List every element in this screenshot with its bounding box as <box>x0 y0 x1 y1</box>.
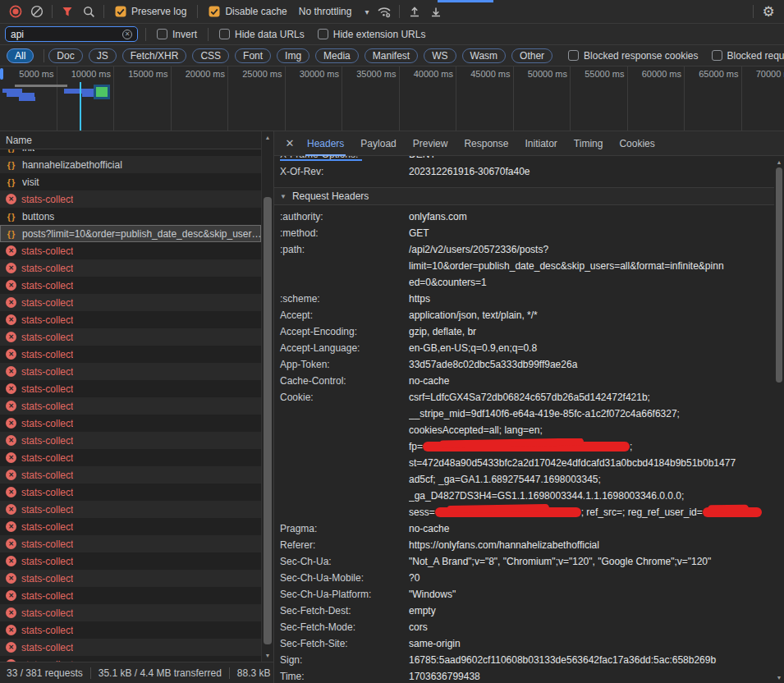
scrollbar-thumb[interactable] <box>776 167 782 383</box>
request-row[interactable]: ✕stats-collect <box>0 328 261 346</box>
hide-extension-urls-checkbox[interactable]: Hide extension URLs <box>318 29 426 40</box>
failed-request-icon: ✕ <box>6 504 16 515</box>
request-row[interactable]: ✕stats-collect <box>0 259 261 277</box>
close-icon[interactable]: ✕ <box>281 137 299 149</box>
request-row[interactable]: ✕stats-collect <box>0 311 261 328</box>
waterfall-bar <box>82 94 94 97</box>
header-value: https://onlyfans.com/hannahelizabethoffi… <box>409 537 784 553</box>
search-button[interactable] <box>78 2 99 21</box>
request-row[interactable]: ✕stats-collect <box>0 639 261 656</box>
request-type-filter-bar: AllDocJSFetch/XHRCSSFontImgMediaManifest… <box>0 45 784 66</box>
filter-input[interactable]: api ✕ <box>5 26 138 42</box>
request-row[interactable]: ✕stats-collect <box>0 518 261 535</box>
request-row[interactable]: ✕stats-collect <box>0 552 261 570</box>
request-name: stats-collect <box>21 625 73 636</box>
request-list-scrollbar[interactable]: ▲ ▼ <box>261 131 273 662</box>
request-row[interactable]: {}init <box>0 149 261 156</box>
request-row[interactable]: ✕stats-collect <box>0 484 261 501</box>
scroll-down-icon[interactable]: ▼ <box>774 675 784 681</box>
filter-pill-fetch-xhr[interactable]: Fetch/XHR <box>122 48 187 63</box>
request-row[interactable]: ✕stats-collect <box>0 621 261 639</box>
checkbox-blocked-response-cookies[interactable]: Blocked response cookies <box>568 50 698 62</box>
header-value: empty <box>409 603 784 619</box>
request-row[interactable]: ✕stats-collect <box>0 570 261 587</box>
header-value: ?0 <box>409 570 784 586</box>
filter-pill-font[interactable]: Font <box>235 48 271 63</box>
request-row[interactable]: ✕stats-collect <box>0 294 261 311</box>
export-har-button[interactable] <box>425 2 447 21</box>
request-row[interactable]: ✕stats-collect <box>0 432 261 449</box>
request-headers-section[interactable]: ▼ Request Headers <box>274 187 784 205</box>
request-row[interactable]: ✕stats-collect <box>0 501 261 518</box>
request-row[interactable]: ✕stats-collect <box>0 190 261 208</box>
header-value: no-cache <box>409 373 784 389</box>
header-value: no-cache <box>409 520 784 537</box>
tab-payload[interactable]: Payload <box>355 131 401 156</box>
request-row[interactable]: {}posts?limit=10&order=publish_date_desc… <box>0 225 261 242</box>
request-row[interactable]: {}hannahelizabethofficial <box>0 156 261 173</box>
request-row[interactable]: ✕stats-collect <box>0 656 261 662</box>
filter-pill-media[interactable]: Media <box>315 48 359 63</box>
clear-button[interactable] <box>26 2 48 21</box>
record-button[interactable] <box>5 2 26 21</box>
request-row[interactable]: {}visit <box>0 173 261 190</box>
filter-pill-manifest[interactable]: Manifest <box>364 48 418 63</box>
separator <box>229 667 230 679</box>
header-row: :authority:onlyfans.com <box>274 209 784 225</box>
tab-initiator[interactable]: Initiator <box>519 131 562 156</box>
settings-button[interactable]: ⚙ <box>758 2 779 21</box>
request-name: hannahelizabethofficial <box>22 159 122 171</box>
network-conditions-button[interactable] <box>374 2 395 21</box>
network-overview[interactable]: 5000 ms10000 ms15000 ms20000 ms25000 ms3… <box>0 66 784 131</box>
disable-cache-checkbox[interactable]: Disable cache <box>209 6 287 17</box>
tab-headers[interactable]: Headers <box>301 131 350 156</box>
request-row[interactable]: ✕stats-collect <box>0 363 261 380</box>
network-toolbar: Preserve log Disable cache No throttling… <box>0 0 784 24</box>
failed-request-icon: ✕ <box>6 383 16 394</box>
request-row[interactable]: ✕stats-collect <box>0 397 261 415</box>
scrollbar-thumb[interactable] <box>264 197 272 644</box>
request-row[interactable]: ✕stats-collect <box>0 466 261 484</box>
throttling-select[interactable]: No throttling ▾ <box>299 6 369 17</box>
filter-pill-img[interactable]: Img <box>277 48 309 63</box>
tab-cookies[interactable]: Cookies <box>613 131 660 156</box>
import-har-button[interactable] <box>404 2 425 21</box>
header-name: Sec-Fetch-Dest: <box>274 603 409 619</box>
preserve-log-checkbox[interactable]: Preserve log <box>115 6 186 17</box>
request-row[interactable]: ✕stats-collect <box>0 346 261 363</box>
request-row[interactable]: ✕stats-collect <box>0 449 261 466</box>
request-row[interactable]: ✕stats-collect <box>0 277 261 294</box>
request-name: stats-collect <box>21 452 73 464</box>
request-row[interactable]: ✕stats-collect <box>0 242 261 259</box>
filter-pill-ws[interactable]: WS <box>424 48 456 63</box>
request-row[interactable]: ✕stats-collect <box>0 380 261 397</box>
hide-data-urls-checkbox[interactable]: Hide data URLs <box>219 29 305 40</box>
filter-pill-all[interactable]: All <box>7 48 34 63</box>
request-row[interactable]: ✕stats-collect <box>0 415 261 432</box>
invert-checkbox[interactable]: Invert <box>157 29 197 40</box>
filter-pill-wasm[interactable]: Wasm <box>462 48 507 63</box>
waterfall-bar <box>19 97 35 101</box>
header-value-line: application/json, text/plain, */* <box>409 307 773 323</box>
request-row[interactable]: ✕stats-collect <box>0 604 261 621</box>
tab-response[interactable]: Response <box>458 131 514 156</box>
scroll-up-icon[interactable]: ▲ <box>774 159 784 165</box>
details-scrollbar[interactable]: ▲ ▼ <box>774 156 784 683</box>
filter-pill-css[interactable]: CSS <box>192 48 229 63</box>
header-value-line: "Not_A Brand";v="8", "Chromium";v="120",… <box>409 553 773 570</box>
filter-pill-other[interactable]: Other <box>511 48 552 63</box>
checkbox-blocked-requests[interactable]: Blocked requests <box>712 50 784 62</box>
request-row[interactable]: {}buttons <box>0 208 261 225</box>
clear-filter-icon[interactable]: ✕ <box>122 30 132 39</box>
header-value-line: same-origin <box>409 635 773 652</box>
scroll-down-icon[interactable]: ▼ <box>262 653 273 658</box>
filter-pill-js[interactable]: JS <box>89 48 117 63</box>
request-row[interactable]: ✕stats-collect <box>0 587 261 604</box>
filter-pill-doc[interactable]: Doc <box>48 48 82 63</box>
name-column-header[interactable]: Name <box>0 131 273 149</box>
request-row[interactable]: ✕stats-collect <box>0 535 261 552</box>
tab-preview[interactable]: Preview <box>407 131 454 156</box>
scroll-up-icon[interactable]: ▲ <box>262 135 273 140</box>
filter-toggle-button[interactable] <box>57 2 78 21</box>
tab-timing[interactable]: Timing <box>568 131 609 156</box>
